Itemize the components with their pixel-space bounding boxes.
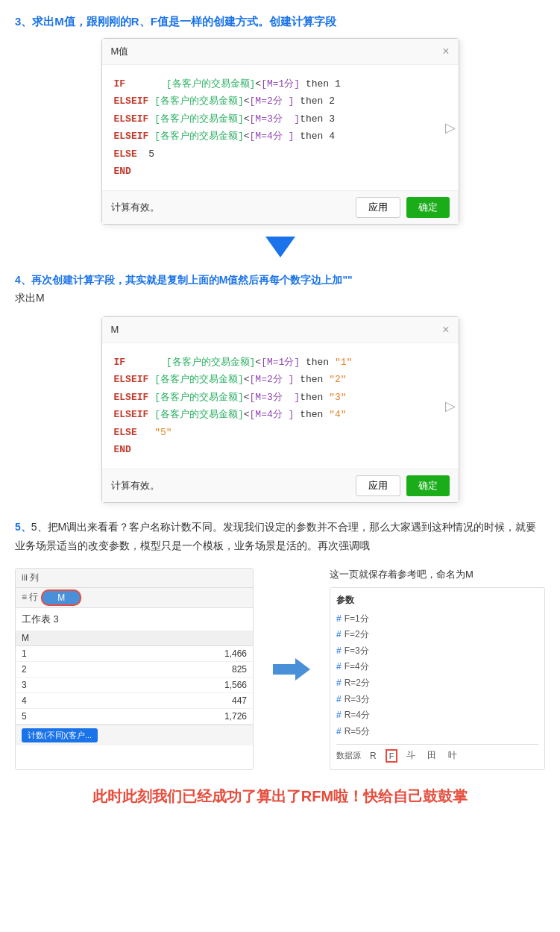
code-line2-3: ELSEIF [各客户的交易金额] < [M=3分 ] then "3" (114, 389, 447, 406)
right-panel: 这一页就保存着参考吧，命名为M 参数 #F=1分#F=2分#F=3分#F=4分#… (330, 568, 545, 771)
then2-2: then (294, 371, 329, 388)
cell-m: 2 (16, 661, 101, 677)
bracket-2: [M=2分 ] (250, 93, 295, 110)
section3-title: 3、求出M值，跟刚刚的R、F值是一样的创建方式。创建计算字段 (15, 15, 545, 29)
code-line-4: ELSEIF [各客户的交易金额] < [M=4分 ] then 4 (114, 128, 447, 145)
then-2: then 2 (294, 93, 335, 110)
kw-elseif2-2: ELSEIF (114, 389, 149, 406)
bracket2-2: [M=2分 ] (250, 371, 295, 388)
scroll-indicator: ▷ (445, 119, 456, 136)
tb-f[interactable]: F (386, 749, 398, 763)
val2-1: "1" (335, 354, 352, 371)
bracket2-1: [M=1分] (261, 354, 300, 371)
table-body: 11,466282531,566444751,726 (16, 645, 253, 724)
panel-columns: ≡ 行 M (16, 588, 253, 608)
params-box: 参数 #F=1分#F=2分#F=3分#F=4分#R=2分#R=3分#R=4分#R… (330, 587, 545, 771)
code-line-1: IF [各客户的交易金额] < [M=1分] then 1 (114, 75, 447, 93)
val2-3: "3" (329, 389, 346, 406)
code-line-end: END (114, 163, 447, 180)
bracket2-4: [M=4分 ] (250, 406, 295, 423)
field-4: [各客户的交易金额] (154, 128, 244, 145)
dialog-m-footer: 计算有效。 应用 确定 (102, 190, 459, 224)
table-row: 2825 (16, 661, 253, 677)
right-top-label: 这一页就保存着参考吧，命名为M (330, 568, 545, 581)
kw-if-2: IF (114, 354, 126, 371)
table-row: 51,726 (16, 708, 253, 724)
val2-4: "4" (329, 406, 346, 423)
footer-buttons-2: 应用 确定 (356, 475, 450, 496)
right-label-text: 这一页就保存着参考吧，命名为M (330, 569, 474, 580)
section5: 5、5、把M调出来看看？客户名称计数不同。发现我们设定的参数并不合理，那么大家遇… (15, 518, 545, 770)
apply-button[interactable]: 应用 (356, 197, 400, 218)
confirm-button-2[interactable]: 确定 (406, 475, 450, 496)
then-4: then 4 (294, 128, 335, 145)
param-item: #R=4分 (336, 707, 538, 724)
bracket2-3: [M=3分 ] (250, 389, 301, 406)
panel-toolbar: iii 列 (16, 569, 253, 588)
kw-else: ELSE (114, 146, 137, 163)
table-header-row: M (16, 631, 253, 646)
dialog-m2-header: M × (102, 317, 459, 343)
param-label: R=2分 (345, 675, 370, 692)
table-row: 11,466 (16, 645, 253, 661)
section4-title: 4、再次创建计算字段，其实就是复制上面的M值然后再每个数字边上加"" 求出M (15, 272, 545, 307)
section5-text: 5、把M调出来看看？客户名称计数不同。发现我们设定的参数并不合理，那么大家遇到这… (15, 521, 536, 551)
tb-r[interactable]: R (367, 749, 380, 763)
dialog-m2-title: M (111, 324, 119, 335)
code-line-else: ELSE 5 (114, 146, 447, 163)
param-item: #R=5分 (336, 724, 538, 740)
field2-4: [各客户的交易金额] (154, 406, 244, 423)
kw-elseif-1: ELSEIF (114, 93, 149, 110)
then2-3: then (300, 389, 329, 406)
param-hash: # (336, 611, 342, 628)
code-line2-4: ELSEIF [各客户的交易金额] < [M=4分 ] then "4" (114, 406, 447, 423)
code-line2-2: ELSEIF [各客户的交易金额] < [M=2分 ] then "2" (114, 371, 447, 388)
param-item: #R=3分 (336, 692, 538, 708)
field-1: [各客户的交易金额] (166, 75, 256, 93)
val2-2: "2" (329, 371, 346, 388)
tb-ye[interactable]: 叶 (445, 748, 460, 763)
code-line2-1: IF [各客户的交易金额] < [M=1分] then "1" (114, 354, 447, 371)
close-icon[interactable]: × (442, 45, 449, 58)
kw-else-2: ELSE (114, 424, 137, 441)
field2-2: [各客户的交易金额] (154, 371, 244, 388)
confirm-button[interactable]: 确定 (406, 197, 450, 218)
final-text: 此时此刻我们已经成功了算出了RFM啦！快给自己鼓鼓掌 (15, 785, 545, 807)
scroll-indicator-2: ▷ (445, 398, 456, 414)
arrow-down-icon-1 (265, 237, 295, 257)
tb-tian[interactable]: 田 (424, 748, 439, 763)
table-row: 4447 (16, 692, 253, 708)
param-hash: # (336, 692, 342, 708)
close-icon-2[interactable]: × (442, 323, 449, 337)
work-title: 工作表 3 (16, 608, 253, 631)
param-label: F=3分 (345, 643, 369, 660)
then-1: then 1 (300, 75, 341, 93)
param-hash: # (336, 659, 342, 675)
tb-dou[interactable]: 斗 (403, 748, 418, 763)
kw-elseif2-1: ELSEIF (114, 371, 149, 388)
code-line2-end: END (114, 441, 447, 458)
field2-1: [各客户的交易金额] (166, 354, 256, 371)
param-hash: # (336, 707, 342, 724)
data-table: M 11,466282531,566444751,726 (16, 631, 253, 725)
param-hash: # (336, 675, 342, 692)
code-line2-else: ELSE "5" (114, 424, 447, 441)
bracket-1: [M=1分] (261, 75, 300, 93)
dialog-m2-body: IF [各客户的交易金额] < [M=1分] then "1" ELSEIF [… (102, 343, 459, 469)
footer-buttons: 应用 确定 (356, 197, 450, 218)
param-label: R=4分 (345, 707, 370, 724)
dialog-m-header: M值 × (102, 39, 459, 65)
arrow-right-svg (273, 658, 310, 681)
apply-button-2[interactable]: 应用 (356, 475, 400, 496)
arrow-right-icon (273, 658, 310, 681)
param-label: F=1分 (345, 611, 369, 628)
svg-marker-0 (273, 658, 310, 681)
field-3: [各客户的交易金额] (154, 110, 244, 128)
bracket-4: [M=4分 ] (250, 128, 295, 145)
param-label: F=4分 (345, 659, 369, 675)
param-item: #F=2分 (336, 627, 538, 643)
code-block-m: IF [各客户的交易金额] < [M=1分] then 1 ELSEIF [各客… (114, 75, 447, 180)
dialog-m-value: M值 × IF [各客户的交易金额] < [M=1分] then 1 ELSEI… (101, 38, 459, 225)
arrow-down-1 (15, 237, 545, 260)
table-area: M 11,466282531,566444751,726 (16, 631, 253, 725)
